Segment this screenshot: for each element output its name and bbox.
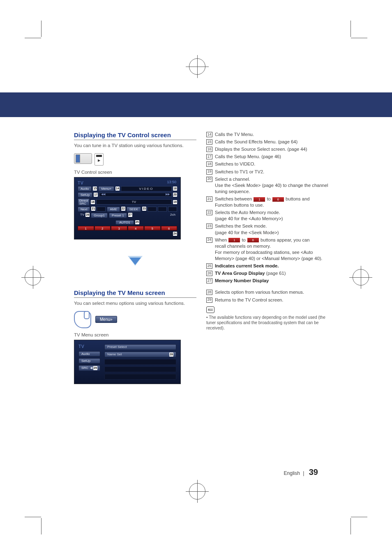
section-title-tv-control: Displaying the TV Control screen [74, 131, 196, 140]
callout-20a: Select a channel. [215, 177, 250, 182]
crop-mark [350, 21, 351, 37]
callout-26-ref: (page 61) [265, 271, 286, 276]
num-15: 15 [206, 139, 212, 145]
intro-text-2: You can select menu options using variou… [74, 300, 196, 307]
preset-3[interactable]: 3 [111, 226, 127, 230]
device-icons [74, 153, 196, 166]
preset-5[interactable]: 5 [144, 226, 161, 230]
screen-caption: TV Control screen [74, 170, 196, 175]
crop-mark [41, 21, 42, 37]
touch-instruction: Menu» [74, 311, 196, 328]
fn-slot[interactable] [158, 207, 167, 212]
ame-label: AME [110, 207, 117, 211]
seek-button[interactable]: SEEK [127, 207, 141, 212]
callout-24: When 1 to 6 buttons appear, you can reca… [215, 237, 329, 262]
tv-control-screen: 13:50 TV Audio 15 Menu» 14 VIDEO [74, 177, 181, 240]
menu-audio-button[interactable]: Audio [78, 351, 100, 357]
clock: 13:50 [167, 180, 176, 184]
num-21: 21 [206, 196, 212, 202]
callout-17: Calls the Setup Menu. (page 46) [215, 154, 281, 160]
callout-22: Selects the Auto Memory mode. (page 40 f… [215, 210, 283, 222]
section-title-tv-menu: Displaying the TV Menu screen [74, 289, 196, 298]
num-17: 17 [206, 154, 212, 159]
callout-21b: Function buttons to use. [215, 203, 264, 207]
chip-6b: 6 [247, 238, 259, 242]
video-button[interactable]: VIDEO [121, 186, 172, 191]
badge-16: 16 [91, 200, 95, 204]
menu-src-button[interactable]: SRC ◀ 29 [78, 365, 100, 371]
badge-19: 19 [173, 200, 177, 204]
callout-27: Memory Number Display [215, 278, 269, 284]
channel-label: 2ch [170, 213, 175, 218]
fn-slot[interactable] [148, 207, 157, 212]
menu-screen-caption: TV Menu screen [74, 332, 196, 337]
num-23: 23 [206, 223, 212, 229]
registration-mark [189, 58, 205, 75]
callout-22a: Selects the Auto Memory mode. [215, 210, 280, 215]
tv-source-label: TV [80, 213, 84, 218]
setup-button[interactable]: SetUp [78, 192, 92, 198]
callout-21-post: buttons and [286, 196, 309, 201]
badge-28: 28 [169, 352, 173, 357]
num-28: 28 [206, 290, 212, 295]
menu-pill: Menu» [95, 316, 117, 323]
num-27: 27 [206, 278, 212, 283]
chip-1: 1 [254, 197, 265, 202]
direct-src-button[interactable]: DirectSRC [78, 198, 90, 206]
callout-25: Indicates current Seek mode. [215, 263, 279, 269]
hand-icon [74, 311, 91, 328]
next-button[interactable]: Next [78, 207, 90, 212]
callout-16: Displays the Source Select screen. (page… [215, 146, 307, 152]
menu-blank-row [104, 374, 176, 380]
ame-button[interactable]: AME [107, 207, 120, 212]
callout-24c: For memory of broadcasting stations, see… [215, 250, 322, 261]
callout-22b: (page 40 for the <Auto Memory>) [215, 216, 283, 221]
menu-button[interactable]: Menu» [98, 186, 114, 191]
badge-27: 27 [128, 213, 132, 217]
name-set-row[interactable]: Name Set 28 [104, 352, 176, 357]
fn-slot[interactable] [168, 207, 177, 212]
audio-button[interactable]: Audio [78, 186, 92, 191]
seek-bar[interactable] [99, 193, 172, 197]
menu-setup-button[interactable]: SetUp [78, 358, 100, 364]
device-remote-icon [95, 153, 104, 166]
page-footer: English | 39 [284, 467, 318, 477]
num-22: 22 [206, 210, 212, 215]
fn-slot[interactable] [97, 207, 106, 212]
callout-14: Calls the TV Menu. [215, 131, 254, 138]
audio-label: Audio [81, 187, 89, 191]
badge-21: 21 [91, 207, 95, 211]
callout-21-pre: Switches between [215, 196, 252, 201]
callout-24b: recall channels on memory. [215, 244, 271, 249]
callout-list-1: 14Calls the TV Menu. 15Calls the Sound E… [206, 131, 329, 284]
footer-lang: English [284, 470, 300, 476]
num-18: 18 [206, 161, 212, 167]
crop-mark [41, 518, 42, 534]
callout-26-bold: TV Area Group Display [215, 271, 265, 276]
menu-src-label: SRC [81, 366, 88, 370]
num-24: 24 [206, 237, 212, 243]
num-19: 19 [206, 169, 212, 175]
badge-17: 17 [94, 193, 98, 197]
note-icon [206, 306, 214, 313]
tv-indicator[interactable]: TV [96, 199, 172, 205]
seek-label: SEEK [129, 207, 138, 211]
preset-6[interactable]: 6 [161, 226, 178, 230]
callout-15: Calls the Sound Effects Menu. (page 64) [215, 139, 297, 145]
num-29: 29 [206, 297, 212, 303]
preset-4[interactable]: 4 [128, 226, 144, 230]
crop-mark [25, 38, 41, 38]
preset-1[interactable]: 1 [78, 226, 94, 230]
menu-blank-row [104, 366, 176, 372]
preset-select-row[interactable]: Preset Select [104, 344, 176, 350]
preset-2[interactable]: 2 [95, 226, 111, 230]
menu-setup-label: SetUp [81, 359, 90, 363]
footer-page: 39 [309, 467, 318, 477]
registration-mark [353, 269, 369, 286]
intro-text: You can tune in a TV station using vario… [74, 143, 196, 149]
badge-24: 24 [173, 232, 177, 236]
auto-label: AUTO1 [119, 221, 130, 224]
num-14: 14 [206, 132, 212, 137]
menu-label: Menu» [101, 187, 111, 191]
num-16: 16 [206, 147, 212, 152]
